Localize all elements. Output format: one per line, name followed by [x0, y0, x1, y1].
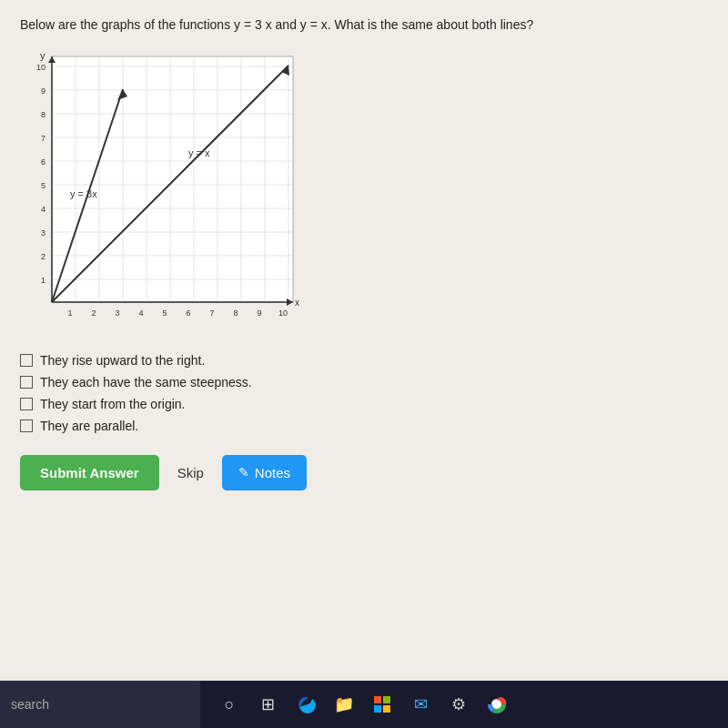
checkbox-1[interactable]	[20, 354, 33, 367]
submit-button[interactable]: Submit Answer	[20, 455, 159, 490]
search-text: search	[11, 697, 49, 712]
question-text: Below are the graphs of the functions y …	[20, 16, 708, 35]
notes-icon: ✎	[238, 465, 249, 480]
checkbox-3[interactable]	[20, 398, 33, 410]
graph-container: 1 2 3 4 5 6 7 8 9 10 x 1 2 3 4 5 6 7 8 9…	[20, 47, 302, 339]
svg-text:9: 9	[257, 308, 261, 318]
search-taskbar-icon[interactable]: ○	[217, 692, 242, 717]
svg-text:8: 8	[233, 308, 238, 318]
options-area: They rise upward to the right. They each…	[20, 353, 708, 433]
action-bar: Submit Answer Skip ✎ Notes	[20, 455, 708, 490]
mail-icon[interactable]: ✉	[408, 692, 433, 717]
svg-text:8: 8	[41, 110, 46, 119]
task-view-icon[interactable]: ⊞	[255, 692, 280, 717]
option-label-1: They rise upward to the right.	[40, 353, 205, 368]
option-row-4[interactable]: They are parallel.	[20, 419, 708, 433]
option-row-2[interactable]: They each have the same steepness.	[20, 375, 708, 389]
svg-text:2: 2	[41, 252, 46, 261]
svg-text:1: 1	[41, 276, 46, 285]
svg-text:1: 1	[67, 308, 72, 318]
svg-text:5: 5	[162, 308, 167, 318]
svg-text:9: 9	[41, 86, 46, 96]
main-content: Below are the graphs of the functions y …	[0, 0, 728, 655]
svg-text:10: 10	[36, 63, 46, 72]
graph-svg: 1 2 3 4 5 6 7 8 9 10 x 1 2 3 4 5 6 7 8 9…	[20, 47, 302, 339]
option-label-4: They are parallel.	[40, 419, 138, 433]
svg-text:10: 10	[278, 308, 288, 318]
edge-icon[interactable]	[293, 692, 318, 717]
svg-text:5: 5	[41, 181, 46, 190]
option-row-1[interactable]: They rise upward to the right.	[20, 353, 708, 368]
svg-text:x: x	[295, 298, 299, 308]
search-bar[interactable]: search	[0, 681, 200, 728]
option-label-2: They each have the same steepness.	[40, 375, 252, 389]
svg-text:4: 4	[138, 308, 143, 318]
svg-text:y: y	[40, 50, 46, 61]
chrome-icon[interactable]	[484, 692, 510, 717]
taskbar: search ○ ⊞ 📁 ✉ ⚙	[0, 681, 728, 728]
svg-text:3: 3	[41, 228, 46, 238]
svg-point-58	[494, 702, 500, 708]
svg-text:7: 7	[209, 308, 214, 318]
svg-rect-55	[374, 705, 381, 713]
svg-rect-53	[374, 696, 381, 703]
option-row-3[interactable]: They start from the origin.	[20, 397, 708, 411]
notes-label: Notes	[255, 465, 290, 480]
windows-icon[interactable]	[369, 692, 395, 717]
svg-text:6: 6	[186, 308, 190, 318]
svg-rect-56	[383, 705, 390, 713]
checkbox-4[interactable]	[20, 420, 33, 432]
notes-button[interactable]: ✎ Notes	[222, 455, 307, 490]
option-label-3: They start from the origin.	[40, 397, 186, 411]
svg-text:3: 3	[115, 308, 119, 318]
skip-button[interactable]: Skip	[174, 458, 207, 488]
svg-text:y = x: y = x	[188, 147, 210, 158]
checkbox-2[interactable]	[20, 376, 33, 389]
svg-text:7: 7	[41, 134, 46, 143]
svg-text:4: 4	[41, 205, 46, 214]
folder-icon[interactable]: 📁	[331, 692, 357, 717]
svg-text:6: 6	[41, 157, 46, 167]
svg-text:2: 2	[91, 308, 96, 318]
gear-icon[interactable]: ⚙	[446, 692, 471, 717]
svg-rect-54	[383, 696, 390, 703]
taskbar-icons: ○ ⊞ 📁 ✉ ⚙	[200, 692, 728, 717]
svg-text:y = 3x: y = 3x	[70, 188, 97, 199]
